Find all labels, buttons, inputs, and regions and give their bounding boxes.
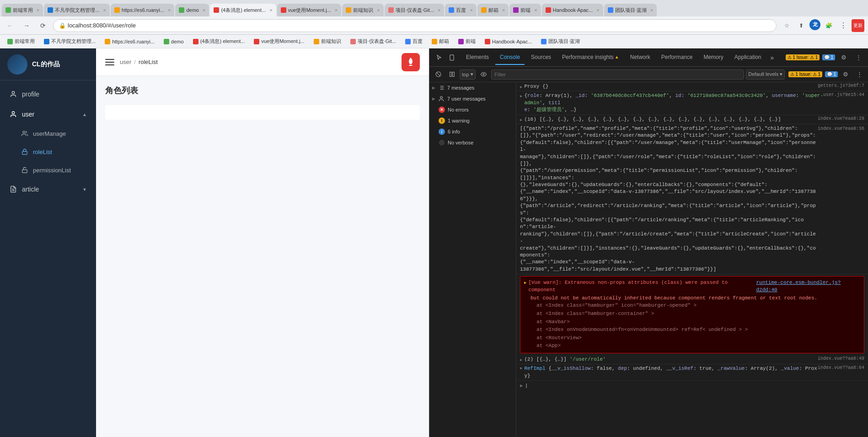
tab-close-btn[interactable]: × [438, 7, 440, 13]
menu-btn[interactable]: ⋮ [837, 19, 850, 32]
tab-demo[interactable]: demo × [175, 4, 209, 16]
devtools-console[interactable]: ▶ Proxy {} getters.js?3e0f:7 ▶ {role: Ar… [516, 82, 868, 437]
msg-group-verbose[interactable]: No verbose [429, 137, 516, 148]
back-button[interactable]: ← [4, 19, 16, 32]
bookmark-gitlab[interactable]: 项目·仪表盘·Git... [347, 37, 400, 47]
sidebar-item-article[interactable]: article ▼ [0, 179, 96, 199]
bookmark-frontend[interactable]: 前端 [455, 37, 479, 47]
tab-application[interactable]: Application [730, 50, 766, 65]
subtoolbar-msg-badge[interactable]: 💬 1 [825, 71, 838, 77]
devtools-more-tabs[interactable]: » [768, 54, 777, 61]
msg-group-info[interactable]: i 6 info [429, 126, 516, 137]
share-btn[interactable]: ⬆ [795, 19, 808, 32]
console-line-routes[interactable]: ▶ (16) [{…}, {…}, {…}, {…}, {…}, {…}, {…… [516, 115, 868, 124]
tab-memory[interactable]: Memory [699, 50, 728, 65]
tab-es6[interactable]: https://es6.ruanyi... × [111, 4, 174, 16]
tab-close-btn[interactable]: × [502, 7, 505, 13]
eye-btn[interactable] [477, 69, 489, 80]
overflow-small-btn[interactable]: ⋮ [853, 69, 865, 80]
bookmark-mail[interactable]: 邮箱 [428, 37, 453, 47]
sidebar-item-userManage[interactable]: userManage [0, 124, 96, 143]
sidebar-item-profile[interactable]: profile [0, 84, 96, 104]
bookmark-element[interactable]: (4条消息) element... [189, 37, 249, 47]
tab-vue-moment[interactable]: vue使用Moment.j... × [277, 4, 342, 16]
warn-expand-arrow[interactable]: ▶ [524, 280, 526, 286]
context-select[interactable]: top ▾ [460, 69, 476, 80]
bookmark-bfxy[interactable]: 不凡学院文档管理... [40, 37, 99, 47]
message-badge[interactable]: 💬 1 [822, 54, 835, 60]
subtoolbar-issue-badge[interactable]: ⚠ 1 Issue: ⚠ 1 [788, 71, 822, 77]
levels-select[interactable]: Default levels ▾ [746, 69, 785, 80]
tab-close-btn[interactable]: × [470, 7, 472, 13]
bookmark-qianduan[interactable]: 前端常用 [4, 37, 38, 47]
url-input[interactable]: 🔒 localhost:8080/#/user/role [53, 19, 777, 32]
tab-frontend[interactable]: 前端 × [509, 4, 541, 16]
tab-knowledge[interactable]: 前端知识 × [342, 4, 383, 16]
tab-lanhu[interactable]: 团队项目·蓝湖 × [604, 4, 657, 16]
devtools-overflow-btn[interactable]: ⋮ [852, 52, 864, 64]
tab-close-btn[interactable]: × [168, 7, 171, 13]
console-source[interactable]: index.vue??aa6:64 [818, 365, 864, 370]
console-line-routes-detail[interactable]: [{"path":"/profile","name":"profile","me… [516, 124, 868, 274]
tab-bfxy[interactable]: 不凡学院文档管理... × [44, 4, 110, 16]
msg-group-user[interactable]: ▶ 7 user messages [429, 93, 516, 104]
tab-sources[interactable]: Sources [526, 50, 556, 65]
console-source[interactable]: user.js?9e15:44 [823, 92, 864, 97]
tab-performance[interactable]: Performance [657, 50, 697, 65]
console-line-user-obj[interactable]: ▶ {role: Array(1), _id: '6387b640dc0ccf4… [516, 91, 868, 115]
tab-close-btn[interactable]: × [650, 7, 653, 13]
sidebar-item-roleList[interactable]: roleList [0, 143, 96, 161]
tab-mail[interactable]: 邮箱 × [477, 4, 509, 16]
breadcrumb-user[interactable]: user [120, 59, 131, 65]
hamburger-button[interactable] [105, 58, 114, 67]
bookmark-handbook[interactable]: Handbook·Apac... [481, 37, 536, 47]
tab-close-btn[interactable]: × [37, 7, 39, 13]
msg-group-errors[interactable]: ✕ No errors [429, 104, 516, 115]
device-toolbar-btn[interactable] [446, 52, 458, 64]
filter-input[interactable] [491, 69, 744, 80]
tab-performance-insights[interactable]: Performance insights ▲ [557, 50, 624, 65]
tab-baidu[interactable]: 百度 × [445, 4, 476, 16]
console-source[interactable]: index.vue??aa6:49 [818, 356, 864, 361]
tab-console[interactable]: Console [495, 50, 525, 65]
console-source[interactable]: getters.js?3e0f:7 [818, 83, 864, 88]
settings-small-btn[interactable]: ⚙ [840, 69, 852, 80]
tab-close-btn[interactable]: × [203, 7, 205, 13]
sidebar-item-user[interactable]: user ▲ [0, 104, 96, 124]
tab-elements[interactable]: Elements [461, 50, 493, 65]
forward-button[interactable]: → [20, 19, 33, 32]
bookmark-lanhu[interactable]: 团队项目·蓝湖 [537, 37, 584, 47]
tab-handbook[interactable]: Handbook·Apac... × [542, 4, 603, 16]
tab-network[interactable]: Network [626, 50, 655, 65]
bookmark-baidu[interactable]: 百度 [402, 37, 426, 47]
tab-element[interactable]: (4条消息) element... × [210, 4, 276, 16]
tab-close-btn[interactable]: × [269, 7, 272, 13]
console-prompt[interactable]: ▶ | [516, 381, 868, 390]
tab-gitlab[interactable]: 项目·仪表盘·Git... × [385, 4, 445, 16]
devtools-settings-btn[interactable]: ⚙ [838, 52, 850, 64]
reload-button[interactable]: ⟳ [37, 19, 49, 32]
console-line-route-arr[interactable]: ▶ (2) [{…}, {…}] '/user/role' index.vue?… [516, 355, 868, 364]
tab-close-btn[interactable]: × [103, 7, 106, 13]
sidebar-item-permissionList[interactable]: permissionList [0, 161, 96, 179]
profile-btn[interactable]: 龙 [809, 19, 820, 30]
issue-badge[interactable]: ⚠ 1 Issue: ⚠ 1 [786, 54, 820, 60]
inspect-element-btn[interactable] [433, 52, 445, 64]
bookmark-demo[interactable]: demo [160, 37, 188, 47]
clear-console-btn[interactable] [432, 69, 444, 80]
warn-source-link[interactable]: runtime-core.esm-bundler.js?d2dd:40 [756, 279, 860, 293]
msg-group-all[interactable]: ▶ 7 messages [429, 82, 516, 93]
update-btn[interactable]: 更新 [852, 19, 864, 32]
console-source[interactable]: index.vue?eaa0:28 [818, 116, 864, 121]
msg-group-warnings[interactable]: ! 1 warning [429, 115, 516, 126]
toggle-messages-btn[interactable] [446, 69, 458, 80]
tab-qianduan[interactable]: 前端常用 × [2, 4, 43, 16]
tab-close-btn[interactable]: × [377, 7, 380, 13]
extensions-btn[interactable]: 🧩 [822, 19, 835, 32]
console-line-proxy[interactable]: ▶ Proxy {} getters.js?3e0f:7 [516, 82, 868, 91]
tab-close-btn[interactable]: × [596, 7, 599, 13]
tab-close-btn[interactable]: × [534, 7, 537, 13]
bookmark-es6[interactable]: https://es6.ruanyi... [101, 37, 158, 47]
bookmark-knowledge[interactable]: 前端知识 [310, 37, 345, 47]
console-source[interactable]: index.vue?eaa0:36 [818, 125, 864, 132]
